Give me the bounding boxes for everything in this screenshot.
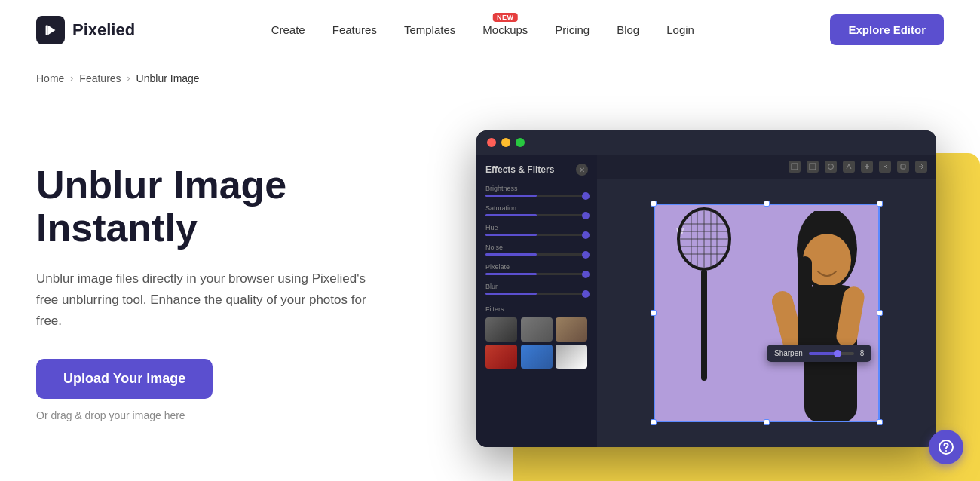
main-content: Unblur Image Instantly Unblur image file… (0, 97, 980, 481)
tool-icon-7[interactable] (897, 161, 909, 173)
filter-thumb-4[interactable] (485, 345, 517, 369)
tool-icon-3[interactable] (825, 161, 837, 173)
svg-point-24 (945, 450, 947, 452)
tool-icon-4[interactable] (843, 161, 855, 173)
filter-thumb-6[interactable] (556, 345, 587, 369)
nav-templates[interactable]: Templates (404, 23, 455, 36)
canvas-image-wrapper: W (654, 204, 880, 422)
window-titlebar (476, 130, 936, 155)
sharpen-value: 8 (860, 349, 865, 357)
handle-bottom-right[interactable] (877, 419, 883, 425)
left-content: Unblur Image Instantly Unblur image file… (36, 156, 428, 421)
slider-noise-label: Noise (485, 244, 588, 251)
handle-top-mid[interactable] (764, 201, 770, 207)
sharpen-tooltip: Sharpen 8 (767, 345, 871, 362)
filters-label: Filters (485, 305, 588, 313)
help-button[interactable] (929, 430, 963, 464)
slider-noise: Noise 0 (485, 244, 588, 256)
tool-icon-6[interactable] (879, 161, 891, 173)
breadcrumb-current: Unblur Image (136, 72, 200, 84)
nav-features[interactable]: Features (332, 23, 377, 36)
window-body: Effects & Filters ✕ Brightness 0 Satur (476, 155, 936, 447)
filters-section: Filters (485, 305, 588, 369)
slider-noise-track[interactable]: 0 (485, 253, 588, 256)
nav-create[interactable]: Create (271, 23, 305, 36)
tool-icon-1[interactable] (789, 161, 801, 173)
filter-thumb-1[interactable] (485, 317, 517, 342)
window-dot-yellow (501, 138, 510, 147)
sharpen-label: Sharpen (774, 349, 803, 357)
svg-rect-2 (810, 164, 816, 170)
handle-top-right[interactable] (877, 201, 883, 207)
slider-brightness-label: Brightness (485, 185, 588, 192)
tool-icon-8[interactable] (915, 161, 927, 173)
filter-thumb-3[interactable] (556, 317, 587, 342)
slider-hue-track[interactable]: 0 (485, 234, 588, 236)
explore-editor-button[interactable]: Explore Editor (830, 14, 944, 45)
logo-area: Pixelied (36, 16, 135, 44)
panel-title: Effects & Filters (485, 164, 554, 175)
header: Pixelied Create Features Templates NEW M… (0, 0, 980, 60)
tool-icon-5[interactable] (861, 161, 873, 173)
breadcrumb-sep-1: › (70, 73, 73, 84)
slider-hue: Hue 0 (485, 224, 588, 236)
effects-panel: Effects & Filters ✕ Brightness 0 Satur (476, 155, 597, 447)
canvas-area: W (597, 155, 936, 447)
filter-thumb-2[interactable] (521, 317, 553, 342)
selection-border (654, 204, 880, 422)
nav: Create Features Templates NEW Mockups Pr… (271, 23, 694, 36)
filter-grid (485, 317, 588, 369)
slider-blur-track[interactable]: 0 (485, 293, 588, 295)
slider-brightness: Brightness 0 (485, 185, 588, 197)
logo-text: Pixelied (72, 20, 135, 40)
logo-icon (36, 16, 65, 44)
slider-pixelate-label: Pixelate (485, 263, 588, 271)
sharpen-dot (834, 350, 841, 357)
handle-mid-right[interactable] (877, 310, 883, 316)
nav-login[interactable]: Login (666, 23, 694, 36)
slider-hue-label: Hue (485, 224, 588, 231)
handle-top-left[interactable] (651, 201, 657, 207)
window-dot-green (516, 138, 525, 147)
panel-header: Effects & Filters ✕ (485, 164, 588, 176)
handle-bottom-left[interactable] (651, 419, 657, 425)
upload-image-button[interactable]: Upload Your Image (36, 359, 213, 399)
sharpen-bar[interactable] (809, 352, 854, 355)
handle-mid-left[interactable] (651, 310, 657, 316)
filter-thumb-5[interactable] (521, 345, 553, 369)
canvas-toolbar (597, 155, 936, 179)
hero-title: Unblur Image Instantly (36, 164, 428, 250)
hero-description: Unblur image files directly in your brow… (36, 268, 383, 332)
canvas-content: W (597, 179, 936, 447)
breadcrumb: Home › Features › Unblur Image (0, 60, 980, 97)
nav-pricing[interactable]: Pricing (555, 23, 590, 36)
nav-blog[interactable]: Blog (617, 23, 639, 36)
panel-close-button[interactable]: ✕ (576, 164, 588, 176)
slider-pixelate: Pixelate 0 (485, 263, 588, 275)
slider-brightness-track[interactable]: 0 (485, 195, 588, 197)
app-window: Effects & Filters ✕ Brightness 0 Satur (476, 130, 936, 447)
breadcrumb-home[interactable]: Home (36, 72, 64, 84)
slider-blur-label: Blur (485, 283, 588, 290)
slider-pixelate-track[interactable]: 0 (485, 273, 588, 275)
drag-drop-text: Or drag & drop your image here (36, 409, 428, 421)
right-content: Effects & Filters ✕ Brightness 0 Satur (428, 130, 944, 447)
window-dot-red (487, 138, 496, 147)
svg-rect-0 (46, 25, 48, 35)
slider-blur: Blur 0 (485, 283, 588, 295)
breadcrumb-features[interactable]: Features (79, 72, 121, 84)
svg-rect-1 (792, 164, 798, 170)
slider-saturation: Saturation 0 (485, 204, 588, 216)
svg-point-3 (828, 164, 834, 170)
slider-saturation-track[interactable]: 0 (485, 214, 588, 216)
nav-mockups[interactable]: NEW Mockups (482, 23, 528, 36)
tool-icon-2[interactable] (807, 161, 819, 173)
new-badge: NEW (493, 13, 518, 22)
handle-bottom-mid[interactable] (764, 419, 770, 425)
breadcrumb-sep-2: › (127, 73, 130, 84)
svg-rect-4 (901, 164, 905, 169)
slider-saturation-label: Saturation (485, 204, 588, 212)
